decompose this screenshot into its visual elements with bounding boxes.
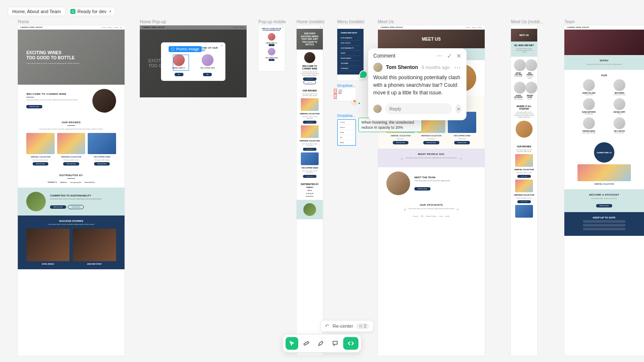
measure-tool[interactable] xyxy=(300,337,313,350)
comment-pin[interactable] xyxy=(353,99,357,103)
menu-item[interactable]: OUR STORY xyxy=(341,41,360,46)
menu-item[interactable]: CONTACT xyxy=(341,66,360,71)
breadcrumb[interactable]: Home, About and Team xyxy=(8,7,66,16)
cta-button[interactable]: Find out more xyxy=(26,105,42,108)
status-label: Ready for dev xyxy=(78,9,106,14)
success-section: SUCCESS STORIES Lorem ipsum dolor sit am… xyxy=(18,216,125,269)
hero-title-2: TOO GOOD TO BOTTLE xyxy=(26,55,125,61)
svg-rect-0 xyxy=(304,341,309,345)
brand-cta[interactable]: Find out more xyxy=(33,162,49,166)
close-icon[interactable]: ✕ xyxy=(221,44,223,47)
frame-label[interactable]: Team xyxy=(564,19,575,24)
avatar xyxy=(373,105,382,113)
hero-sub: Lorem ipsum dolor sit amet consectetur a… xyxy=(26,62,80,64)
selection-layer-name: Promo Image xyxy=(176,47,199,51)
menu-item[interactable]: JOURNAL xyxy=(341,61,360,66)
welcome-body: Lorem ipsum dolor sit amet consectetur a… xyxy=(26,99,88,101)
sustain-cta2[interactable]: Lorem ipsum xyxy=(68,205,84,209)
popup-option[interactable]: THE COPPER CREW Go xyxy=(195,54,220,77)
brand-cta[interactable]: Find out more xyxy=(94,162,110,166)
close-icon[interactable]: ✕ xyxy=(282,26,283,28)
popup-option[interactable]: CANNED WINE CO. Go xyxy=(166,54,192,77)
frame-label[interactable]: Meet Us (mobil... xyxy=(511,19,543,24)
layer-label[interactable]: Dropdow... xyxy=(337,113,355,118)
comment-time: 9 months ago xyxy=(422,65,450,70)
selection-tag[interactable]: ⬡ Promo Image xyxy=(169,46,202,52)
menu-item[interactable]: WHOLESALE xyxy=(341,56,360,61)
popup-overlay: ✕ WERE YOU LOOKING FOR ONE OF OUR CONSUM… xyxy=(140,25,247,97)
annotate-tool[interactable] xyxy=(314,337,327,350)
send-button[interactable]: ➤ xyxy=(455,104,461,113)
distributed-section: DISTRIBUTED BY TENNENT'SBidfoodcnc group… xyxy=(18,170,125,188)
presence-dot xyxy=(358,102,361,105)
promo-image xyxy=(173,54,185,66)
comment-title: Comment xyxy=(373,53,395,59)
user-cursor-pin[interactable] xyxy=(359,70,368,79)
frame-meet-us-mobile[interactable]: MEET US SO, WHO ARE WE? Lorem ipsum dolo… xyxy=(511,25,537,356)
frame-home[interactable]: CANNED WINE GROUP LoremIpsumDolorSit EXC… xyxy=(18,25,125,356)
frame-home-popup[interactable]: CANNED WINE GROUPLoremIpsum EXCITING TOO… xyxy=(140,25,247,97)
layer-label[interactable]: Dropdow... xyxy=(337,83,355,88)
sustain-cta[interactable]: Find out more xyxy=(50,205,66,209)
comment-author: Tom Shenton xyxy=(386,64,418,70)
hero-title-1: EXCITING WINES xyxy=(26,50,125,55)
frame-label[interactable]: Home Pop-up xyxy=(140,19,166,24)
welcome-image xyxy=(92,89,116,113)
frame-label[interactable]: Menu (mobile) xyxy=(337,19,364,24)
nav: LoremIpsumDolorSit xyxy=(102,26,122,28)
menu-item[interactable]: SHOP xyxy=(341,51,360,56)
avatar xyxy=(373,63,383,72)
move-tool[interactable] xyxy=(286,337,298,350)
status-icon: ⟨⟩ xyxy=(70,9,75,14)
devmode-toggle[interactable] xyxy=(343,337,358,350)
recenter-label: Re-center xyxy=(333,323,353,329)
comment-more-icon[interactable]: ⋯ xyxy=(454,64,461,72)
recenter-button[interactable]: ↶ Re-center ☉ 2 xyxy=(320,320,374,332)
chevron-down-icon: ▾ xyxy=(109,9,111,14)
resolve-icon[interactable]: ✓ xyxy=(447,53,452,59)
reply-input[interactable] xyxy=(385,103,452,114)
dropdown-variant-selected[interactable]: LoremIpsumDolorSitAmet xyxy=(337,119,356,146)
frame-label[interactable]: Home (mobile) xyxy=(297,19,325,24)
component-icon: ⬡ xyxy=(171,47,175,51)
menu-item[interactable]: SUSTAINABILITY xyxy=(341,46,360,51)
site-header: CANNED WINE GROUP LoremIpsumDolorSit xyxy=(18,25,125,30)
comment-body: Would this positioning potentially clash… xyxy=(373,74,461,97)
brand-logo: CANNED WINE GROUP xyxy=(20,26,43,28)
recenter-count: ☉ 2 xyxy=(356,323,369,329)
hero: EXCITING WINES TOO GOOD TO BOTTLE Lorem … xyxy=(18,30,125,85)
welcome-section: WELCOME TO CANNED WINE Lorem ipsum dolor… xyxy=(18,85,125,117)
menu-icon[interactable]: ☰ xyxy=(320,26,321,28)
bottom-toolbar xyxy=(283,334,361,353)
comment-panel[interactable]: Comment ⋯ ✓ ✕ Tom Shenton 9 months ago ⋯… xyxy=(368,48,466,120)
dropdown-variant[interactable]: LoremIpsumDolor xyxy=(337,88,356,101)
status-chip[interactable]: ⟨⟩ Ready for dev ▾ xyxy=(67,7,115,16)
frame-label[interactable]: Pop-up mobile xyxy=(258,19,286,24)
frame-team[interactable]: CANNED WINE GROUP INTRO Lorem ipsum dolo… xyxy=(564,25,644,356)
sustain-section: COMMITTED TO SUSTAINABILITY Lorem ipsum … xyxy=(18,188,125,216)
undo-icon: ↶ xyxy=(325,323,329,329)
welcome-title: WELCOME TO CANNED WINE xyxy=(26,93,88,95)
brands-title: OUR BRANDS xyxy=(26,121,116,124)
close-icon[interactable]: ✕ xyxy=(361,26,362,28)
frame-home-mobile[interactable]: ☰ DISCOVER EXCITING WINES THAT ARE JUST … xyxy=(297,25,323,356)
brands-section: OUR BRANDS Lorem ipsum dolor sit amet co… xyxy=(18,117,125,170)
menu-item[interactable]: OUR BRANDS xyxy=(341,36,360,41)
comment-tool[interactable] xyxy=(329,337,341,350)
frame-label[interactable]: Meet Us xyxy=(378,19,394,24)
more-icon[interactable]: ⋯ xyxy=(437,53,443,59)
brand-cta[interactable]: Find out more xyxy=(63,162,79,166)
canvas[interactable]: Home CANNED WINE GROUP LoremIpsumDolorSi… xyxy=(0,0,644,362)
frame-popup-mobile[interactable]: ✕ WERE YOU LOOKING FOR ONE OF OUR CONSUM… xyxy=(258,25,285,71)
close-icon[interactable]: ✕ xyxy=(456,53,461,59)
frame-label[interactable]: Home xyxy=(18,19,29,24)
